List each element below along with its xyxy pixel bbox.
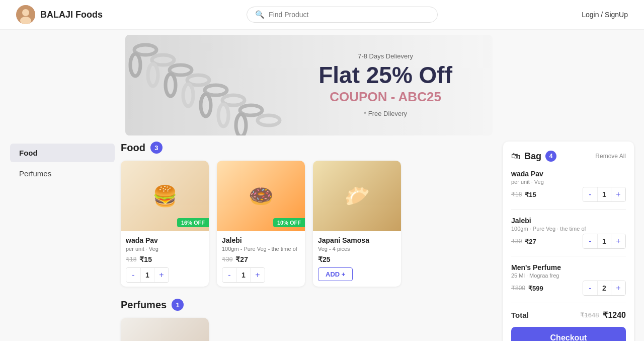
banner-delivery: 7-8 Days Delievery bbox=[318, 52, 452, 60]
sidebar-item-food[interactable]: Food bbox=[10, 144, 115, 162]
svg-point-11 bbox=[130, 54, 140, 76]
login-signup-button[interactable]: Login / SignUp bbox=[582, 11, 628, 19]
logo-text: BALAJI Foods bbox=[40, 10, 103, 20]
sidebar: Food Perfumes bbox=[10, 142, 121, 341]
bag-count: 4 bbox=[545, 151, 556, 162]
svg-point-17 bbox=[236, 114, 246, 135]
svg-point-14 bbox=[183, 84, 193, 106]
bag-price-current-wada-pav: ₹15 bbox=[525, 191, 536, 198]
header: BALAJI Foods 🔍 Login / SignUp bbox=[0, 0, 644, 30]
food-section-badge: 3 bbox=[150, 142, 163, 154]
svg-point-1 bbox=[22, 9, 29, 16]
bag-price-current-perfume: ₹599 bbox=[528, 285, 543, 292]
product-card-jalebi: 🍩 10% OFF Jalebi 100gm - Pure Veg - the … bbox=[217, 161, 305, 287]
banner: 7-8 Days Delievery Flat 25% Off COUPON -… bbox=[125, 35, 493, 135]
svg-point-13 bbox=[166, 74, 176, 96]
bag-header: 🛍 Bag 4 Remove All bbox=[511, 151, 626, 162]
product-image-samosa: 🥟 bbox=[313, 161, 401, 231]
total-current: ₹1240 bbox=[603, 310, 626, 320]
svg-point-10 bbox=[258, 115, 280, 125]
bag-icon: 🛍 bbox=[511, 151, 520, 162]
bag-qty-plus-wada-pav[interactable]: + bbox=[611, 187, 625, 201]
banner-text: 7-8 Days Delievery Flat 25% Off COUPON -… bbox=[318, 52, 452, 117]
price-current-samosa: ₹25 bbox=[318, 255, 331, 263]
bag-qty-value-perfume: 2 bbox=[597, 281, 611, 295]
content-area: Food 3 🍔 16% OFF wada Pav per unit · Veg… bbox=[121, 142, 497, 341]
product-name-jalebi: Jalebi bbox=[222, 236, 300, 244]
search-bar[interactable]: 🔍 bbox=[247, 7, 438, 23]
price-current-wada-pav: ₹15 bbox=[139, 255, 152, 263]
product-name-samosa: Japani Samosa bbox=[318, 236, 396, 244]
qty-control-jalebi: - 1 + bbox=[222, 267, 265, 283]
bag-total-section: Total ₹1648 ₹1240 bbox=[511, 310, 626, 320]
food-section-header: Food 3 bbox=[121, 142, 497, 154]
bag-price-current-jalebi: ₹27 bbox=[525, 238, 536, 245]
bag-price-original-perfume: ₹800 bbox=[511, 285, 525, 292]
product-card-wada-pav: 🍔 16% OFF wada Pav per unit · Veg ₹18 ₹1… bbox=[121, 161, 209, 287]
perfumes-section-badge: 1 bbox=[172, 299, 184, 311]
svg-point-12 bbox=[148, 64, 158, 86]
perfumes-section: Perfumes 1 🧴 bbox=[121, 299, 497, 341]
bag-qty-plus-perfume[interactable]: + bbox=[611, 281, 625, 295]
bag-item-name-jalebi: Jalebi bbox=[511, 217, 626, 225]
price-current-jalebi: ₹27 bbox=[235, 255, 248, 263]
banner-free-delivery: * Free Dilevery bbox=[318, 110, 452, 118]
total-original: ₹1648 bbox=[580, 311, 599, 319]
qty-plus-jalebi[interactable]: + bbox=[251, 268, 265, 282]
product-desc-wada-pav: per unit · Veg bbox=[126, 245, 204, 252]
price-original-jalebi: ₹30 bbox=[222, 256, 232, 263]
qty-control-wada-pav: - 1 + bbox=[126, 267, 169, 283]
search-input[interactable] bbox=[269, 11, 429, 19]
checkout-button[interactable]: Checkout bbox=[511, 327, 626, 341]
bag-item-desc-jalebi: 100gm · Pure Veg · the time of bbox=[511, 226, 626, 232]
product-image-wada-pav: 🍔 16% OFF bbox=[121, 161, 209, 231]
bag-price-original-jalebi: ₹30 bbox=[511, 238, 522, 245]
remove-all-button[interactable]: Remove All bbox=[595, 153, 626, 160]
product-card-perfume: 🧴 bbox=[121, 318, 209, 341]
total-label: Total bbox=[511, 311, 529, 319]
bag-qty-minus-wada-pav[interactable]: - bbox=[583, 187, 597, 201]
banner-coupon: COUPON - ABC25 bbox=[318, 90, 452, 105]
qty-minus-jalebi[interactable]: - bbox=[222, 268, 236, 282]
product-image-jalebi: 🍩 10% OFF bbox=[217, 161, 305, 231]
perfumes-product-row: 🧴 bbox=[121, 318, 497, 341]
product-card-samosa: 🥟 Japani Samosa Veg - 4 pices ₹25 ADD + bbox=[313, 161, 401, 287]
bag-qty-control-wada-pav: - 1 + bbox=[583, 187, 626, 202]
bag-panel: 🛍 Bag 4 Remove All wada Pav per unit · V… bbox=[503, 142, 634, 341]
bag-item-desc-perfume: 25 Ml · Mograa freg bbox=[511, 272, 626, 279]
bag-qty-value-jalebi: 1 bbox=[597, 234, 611, 248]
discount-badge-wada-pav: 16% OFF bbox=[177, 218, 209, 227]
qty-plus-wada-pav[interactable]: + bbox=[154, 268, 169, 282]
bag-qty-value-wada-pav: 1 bbox=[597, 187, 611, 201]
logo-avatar bbox=[16, 5, 35, 24]
logo: BALAJI Foods bbox=[16, 5, 103, 24]
bag-item-perfume: Men's Perfume 25 Ml · Mograa freg ₹800 ₹… bbox=[511, 263, 626, 303]
discount-badge-jalebi: 10% OFF bbox=[273, 218, 305, 227]
sidebar-item-perfumes[interactable]: Perfumes bbox=[10, 164, 115, 183]
svg-point-15 bbox=[201, 94, 211, 116]
food-section-title: Food bbox=[121, 142, 145, 154]
qty-value-jalebi: 1 bbox=[236, 268, 251, 282]
add-button-samosa[interactable]: ADD + bbox=[318, 267, 353, 281]
bag-item-wada-pav: wada Pav per unit · Veg ₹18 ₹15 - 1 + bbox=[511, 170, 626, 210]
qty-minus-wada-pav[interactable]: - bbox=[126, 268, 140, 282]
product-name-wada-pav: wada Pav bbox=[126, 236, 204, 244]
bag-title: Bag bbox=[524, 151, 541, 162]
search-icon: 🔍 bbox=[255, 10, 265, 19]
bag-qty-control-perfume: - 2 + bbox=[583, 281, 626, 296]
qty-value-wada-pav: 1 bbox=[140, 268, 154, 282]
bag-qty-plus-jalebi[interactable]: + bbox=[611, 234, 625, 248]
svg-point-16 bbox=[218, 104, 228, 126]
bag-item-jalebi: Jalebi 100gm · Pure Veg · the time of ₹3… bbox=[511, 217, 626, 256]
perfumes-section-title: Perfumes bbox=[121, 299, 167, 311]
banner-offer: Flat 25% Off bbox=[318, 63, 452, 87]
food-product-row: 🍔 16% OFF wada Pav per unit · Veg ₹18 ₹1… bbox=[121, 161, 497, 287]
bag-qty-minus-perfume[interactable]: - bbox=[583, 281, 597, 295]
bag-qty-minus-jalebi[interactable]: - bbox=[583, 234, 597, 248]
perfumes-section-header: Perfumes 1 bbox=[121, 299, 497, 311]
product-image-perfume: 🧴 bbox=[121, 318, 209, 341]
main-layout: Food Perfumes Food 3 🍔 16% OFF w bbox=[0, 135, 644, 341]
banner-chain-image bbox=[125, 35, 286, 135]
price-original-wada-pav: ₹18 bbox=[126, 256, 136, 263]
bag-item-name-wada-pav: wada Pav bbox=[511, 170, 626, 178]
